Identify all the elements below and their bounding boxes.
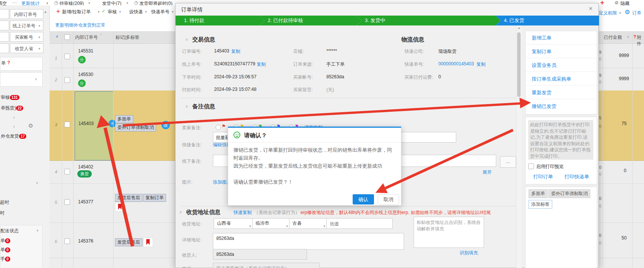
sidebar-item-audit[interactable]: 审核131: [1, 94, 19, 101]
copy-order-button[interactable]: 复制订单: [526, 45, 597, 58]
filter-buyer-input[interactable]: 买家帐号 ▾: [10, 32, 43, 42]
close-icon[interactable]: ×: [589, 5, 593, 13]
expand-all-icon[interactable]: ∨: [56, 34, 58, 38]
sidebar-item[interactable]: 单0: [0, 247, 10, 253]
order-no[interactable]: 145403: [78, 121, 94, 126]
print-preview-checkbox[interactable]: [528, 163, 534, 169]
scroll-up-icon[interactable]: ▲: [518, 26, 521, 30]
tag-copied-order[interactable]: 复制订单: [143, 194, 166, 202]
collapse-icon[interactable]: ‹: [46, 0, 48, 5]
column-header-paid[interactable]: 已付金额: [604, 34, 622, 41]
cancel-shipped-button[interactable]: 撤销已发货: [526, 100, 597, 113]
hide-eye-icon[interactable]: ⊘: [615, 0, 618, 5]
add-tag-button[interactable]: 添加标签: [529, 200, 552, 209]
order-no[interactable]: 145402: [78, 164, 93, 170]
select-all-checkbox[interactable]: [64, 34, 70, 40]
chevron-right-icon[interactable]: ›: [13, 115, 15, 120]
filter-province-input[interactable]: 收货人省 ▾: [10, 43, 43, 53]
sidebar-section-delivery-status[interactable]: 配送状态: [0, 228, 19, 234]
sidebar-item-outsource-ship[interactable]: 外仓发货17: [1, 133, 26, 140]
street-input[interactable]: 街道: [326, 218, 393, 229]
more-icon[interactable]: ⋯: [12, 0, 17, 5]
order-no[interactable]: 145531: [78, 48, 93, 54]
order-no[interactable]: 145377: [78, 199, 93, 205]
tab-pending-audit[interactable]: 待审核(209): [59, 0, 84, 5]
edit-badge[interactable]: 改: [161, 121, 170, 129]
row-checkbox[interactable]: [64, 169, 70, 174]
tag-outsource-cancel[interactable]: 委外订单强制取消: [115, 124, 156, 132]
paste-address-textarea[interactable]: 粘贴收货地址点击识别，系统自动解析并填充: [414, 217, 484, 248]
expand-link[interactable]: 展开: [483, 169, 492, 176]
tag-outsource-cancel[interactable]: 委外订单强制取消: [548, 189, 590, 198]
row-checkbox[interactable]: [64, 122, 70, 127]
set-salesman-button[interactable]: 设置业务员: [526, 59, 597, 72]
selected-order-cell[interactable]: 145403 ≡: [75, 91, 113, 160]
sidebar-item-picking[interactable]: 单拣货)22: [1, 105, 23, 111]
update-stats-link[interactable]: 更新统计: [21, 0, 40, 5]
clear-button[interactable]: 清空: [0, 0, 7, 5]
copy-link[interactable]: 复制: [257, 61, 266, 68]
set-express-button[interactable]: 设快递: [129, 9, 143, 15]
filter-buyer-input[interactable]: [0, 32, 9, 42]
hide-columns-button[interactable]: 隐藏: [620, 0, 630, 5]
quick-copy-link[interactable]: 快速复制: [233, 209, 252, 216]
column-header-order-no[interactable]: 内部订单号: [75, 34, 98, 41]
print-express-link[interactable]: 打印快递单: [564, 173, 589, 180]
scrollbar-thumb[interactable]: [517, 32, 521, 97]
sort-icon[interactable]: ⌃: [100, 33, 103, 37]
detail-address-textarea[interactable]: 85263da: [213, 233, 404, 250]
scroll-up-icon[interactable]: ▲: [44, 10, 47, 14]
row-checkbox[interactable]: [64, 238, 70, 244]
tracking-no-link[interactable]: 00000000145403: [438, 61, 474, 67]
add-pull-order-button[interactable]: 新增/拉取订单: [62, 9, 91, 15]
gear-icon[interactable]: ⚙: [28, 122, 33, 129]
section-collapse-icon[interactable]: ∨: [185, 105, 188, 108]
filter-online-order-input[interactable]: 线上订单号 ▾: [10, 21, 43, 30]
flag-red-icon[interactable]: ⚑: [222, 124, 226, 129]
sidebar-item[interactable]: 单0: [0, 238, 10, 244]
reship-button[interactable]: 重新发货: [526, 86, 597, 99]
tag-aftersale[interactable]: 发货后售后: [115, 238, 142, 246]
tag-multipage[interactable]: 多面单: [115, 115, 133, 123]
section-collapse-icon[interactable]: ∨: [179, 210, 182, 214]
custom-permission-link[interactable]: 定义权限: [599, 10, 617, 16]
filter-online-order-input[interactable]: [0, 21, 9, 30]
receiver-input[interactable]: 85263da: [213, 249, 307, 260]
order-settings-link[interactable]: 订单: [632, 10, 641, 16]
tab-ship-timeout[interactable]: 发货即将超时(0): [139, 0, 173, 5]
new-workorder-button[interactable]: 新增工单: [526, 31, 597, 44]
phone-input[interactable]: 双击查看电话（系统会记录该行为）: [213, 263, 320, 268]
row-checkbox[interactable]: [64, 199, 70, 205]
filter-internal-order-input[interactable]: 内部订单号: [10, 9, 43, 19]
help-icon[interactable]: ?: [7, 60, 10, 65]
tab-shipping[interactable]: 发货中(7): [102, 0, 121, 5]
modal-scrollbar[interactable]: ▲: [516, 25, 522, 268]
add-icon[interactable]: +: [600, 0, 604, 5]
gear-icon[interactable]: ⚙: [625, 8, 630, 16]
column-header-tags[interactable]: 标记|多标签: [115, 34, 139, 41]
copy-link[interactable]: 复制: [476, 61, 486, 68]
recognize-fill-link[interactable]: 识别填充: [460, 250, 478, 256]
cancel-button[interactable]: 取消: [378, 194, 399, 205]
filter-internal-order-input[interactable]: [0, 9, 9, 19]
print-order-link[interactable]: 打印订单: [533, 173, 553, 180]
help-icon[interactable]: ?: [633, 34, 636, 40]
tag-aftersale[interactable]: 发货后售后: [115, 194, 142, 202]
province-select[interactable]: 山西省▾: [214, 218, 254, 229]
chevron-down-icon[interactable]: ∨: [36, 228, 39, 232]
chevron-down-icon[interactable]: ∨: [35, 77, 37, 81]
sidebar-item[interactable]: 手0: [0, 256, 10, 262]
filter-province-input[interactable]: [0, 43, 9, 53]
section-collapse-icon[interactable]: ∨: [185, 38, 188, 41]
row-checkbox[interactable]: [64, 54, 70, 59]
tag-multipage[interactable]: 多面单: [529, 189, 548, 198]
more-note-button[interactable]: …: [500, 156, 516, 168]
flag-radio[interactable]: [216, 125, 221, 130]
chevron-down-icon[interactable]: ∨: [36, 181, 38, 185]
confirm-button[interactable]: 确认: [353, 194, 374, 205]
audit-button[interactable]: 审核: [108, 9, 117, 15]
generate-purchase-button[interactable]: 按订单生成采购单: [526, 72, 597, 86]
county-select[interactable]: 古县▾: [289, 218, 328, 229]
order-no[interactable]: 145376: [78, 238, 93, 244]
chevron-right-icon[interactable]: ›: [13, 124, 15, 129]
